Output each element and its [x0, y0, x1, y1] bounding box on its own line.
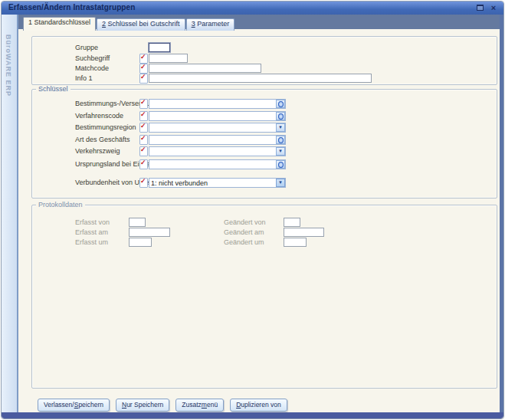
- field-edit-check-icon: ✓: [139, 74, 148, 84]
- verkehrszweig-combo: ▼: [149, 146, 286, 156]
- geaendert-von-input[interactable]: [284, 218, 300, 227]
- field-row-bestimmungsland: Bestimmungs-/Versendungsland ✓: [32, 99, 497, 109]
- check-glyph: ✓: [140, 63, 146, 71]
- field-row-matchcode: Matchcode ✓: [32, 64, 497, 74]
- art-des-geschaefts-input[interactable]: [149, 135, 286, 145]
- field-row-verfahrenscode: Verfahrenscode ✓: [32, 111, 497, 121]
- field-row-art-des-geschaefts: Art des Geschäfts ✓: [32, 135, 497, 145]
- window-right-edge: [500, 15, 503, 412]
- bestimmungsregion-label: Bestimmungsregion: [75, 123, 136, 131]
- lookup-button[interactable]: [276, 160, 285, 169]
- button-label: Verlassen/: [44, 401, 74, 409]
- ursprungsland-combo: [149, 159, 286, 169]
- dialog-window: Erfassen/Ändern Intrastatgruppen × BüroW…: [1, 1, 504, 419]
- bestimmungsland-input[interactable]: [149, 99, 286, 109]
- tab-parameter[interactable]: 3 Parameter: [186, 18, 235, 31]
- field-row-erfasst-von: Erfasst von Geändert von: [32, 218, 497, 228]
- duplizieren-von-button[interactable]: Duplizieren von: [230, 399, 287, 412]
- tab-label: Parameter: [195, 20, 230, 28]
- matchcode-label: Matchcode: [75, 64, 109, 72]
- geaendert-um-input[interactable]: [284, 238, 307, 247]
- suchbegriff-input[interactable]: [149, 54, 188, 63]
- tab-label: 1 Standardschlüssel: [28, 18, 90, 26]
- erfasst-von-label: Erfasst von: [75, 218, 110, 226]
- erfasst-am-label: Erfasst am: [75, 228, 108, 236]
- erfasst-von-input[interactable]: [129, 218, 146, 227]
- button-label: ur Speichern: [126, 401, 163, 409]
- window-bottom-edge: [2, 412, 503, 418]
- field-row-erfasst-um: Erfasst um Geändert um: [32, 238, 497, 248]
- matchcode-input[interactable]: [149, 64, 261, 73]
- tab-standardschluessel[interactable]: 1 Standardschlüssel: [23, 17, 96, 31]
- dropdown-button[interactable]: ▼: [276, 147, 285, 156]
- field-row-erfasst-am: Erfasst am Geändert am: [32, 228, 497, 238]
- button-row: Verlassen/Speichern Nur Speichern Zusatz…: [38, 399, 287, 412]
- field-row-ursprungsland: Ursprungsland bei Eingang ✓: [32, 159, 497, 169]
- tab-schluessel-bei-gutschrift[interactable]: 2 Schlüssel bei Gutschrift: [97, 18, 185, 31]
- nur-speichern-button[interactable]: Nur Speichern: [116, 399, 169, 412]
- field-edit-check-icon: ✓: [139, 111, 148, 121]
- tab-bar: 1 Standardschlüssel 2 Schlüssel bei Guts…: [23, 17, 235, 31]
- field-edit-check-icon: ✓: [139, 146, 148, 156]
- verkehrszweig-input[interactable]: [149, 146, 286, 156]
- chevron-down-icon: ▼: [278, 148, 283, 155]
- groupbox-schluessel: Schlüssel Bestimmungs-/Versendungsland ✓…: [31, 89, 497, 199]
- verfahrenscode-input[interactable]: [149, 111, 286, 121]
- ursprungsland-input[interactable]: [149, 159, 286, 169]
- gruppe-input[interactable]: [149, 43, 170, 52]
- check-glyph: ✓: [140, 122, 146, 130]
- verlassen-speichern-button[interactable]: Verlassen/Speichern: [38, 399, 110, 412]
- title-bar[interactable]: Erfassen/Ändern Intrastatgruppen ×: [2, 2, 503, 15]
- erfasst-am-input[interactable]: [129, 228, 170, 237]
- close-icon[interactable]: ×: [489, 3, 498, 12]
- chevron-down-icon: ▼: [278, 179, 283, 186]
- zusatzmenu-button[interactable]: Zusatzmenü: [175, 399, 224, 412]
- field-row-verbundenheit: Verbundenheit von Unternehmen ✓ ▼: [32, 178, 497, 188]
- button-label: uplizieren von: [241, 401, 280, 409]
- restore-icon[interactable]: [475, 3, 484, 12]
- geaendert-um-label: Geändert um: [224, 238, 264, 246]
- lookup-button[interactable]: [276, 100, 285, 108]
- tab-label: Schlüssel bei Gutschrift: [106, 20, 180, 28]
- field-row-gruppe: Gruppe: [32, 43, 497, 53]
- brand-strip: BüroWARE ERP: [2, 15, 18, 412]
- window-title: Erfassen/Ändern Intrastatgruppen: [8, 3, 135, 11]
- check-glyph: ✓: [140, 98, 146, 106]
- check-glyph: ✓: [140, 159, 146, 166]
- geaendert-am-input[interactable]: [284, 228, 324, 237]
- suchbegriff-label: Suchbegriff: [75, 54, 110, 62]
- lookup-icon: [278, 162, 284, 168]
- button-label: Zusatz: [182, 401, 202, 409]
- gruppe-label: Gruppe: [75, 44, 98, 51]
- bestimmungsregion-input[interactable]: [149, 123, 286, 133]
- dropdown-button[interactable]: ▼: [276, 123, 285, 132]
- erfasst-um-input[interactable]: [129, 238, 152, 247]
- field-edit-check-icon: ✓: [139, 159, 148, 169]
- bestimmungsregion-combo: ▼: [149, 123, 286, 133]
- verbundenheit-input[interactable]: [149, 178, 286, 188]
- lookup-button[interactable]: [276, 136, 285, 144]
- art-des-geschaefts-label: Art des Geschäfts: [75, 136, 130, 143]
- field-row-bestimmungsregion: Bestimmungsregion ✓ ▼: [32, 123, 497, 133]
- info1-input[interactable]: [149, 74, 372, 83]
- lookup-icon: [278, 101, 284, 107]
- field-edit-check-icon: ✓: [139, 135, 148, 145]
- protokolldaten-legend: Protokolldaten: [36, 201, 85, 208]
- check-glyph: ✓: [140, 53, 146, 61]
- field-edit-check-icon: ✓: [139, 123, 148, 133]
- close-glyph: ×: [491, 3, 496, 12]
- lookup-icon: [278, 137, 284, 143]
- schluessel-legend: Schlüssel: [36, 85, 71, 93]
- verbundenheit-combo: ▼: [149, 178, 286, 188]
- verkehrszweig-label: Verkehrszweig: [75, 147, 120, 155]
- lookup-button[interactable]: [276, 112, 285, 120]
- field-row-info1: Info 1 ✓: [32, 74, 497, 84]
- info1-label: Info 1: [75, 74, 93, 82]
- chevron-down-icon: ▼: [278, 124, 283, 131]
- brand-text: BüroWARE ERP: [5, 34, 12, 97]
- dropdown-button[interactable]: ▼: [276, 179, 285, 187]
- bestimmungsland-combo: [149, 99, 286, 109]
- button-accel: m: [202, 401, 207, 409]
- erfasst-um-label: Erfasst um: [75, 238, 108, 246]
- lookup-icon: [278, 113, 284, 120]
